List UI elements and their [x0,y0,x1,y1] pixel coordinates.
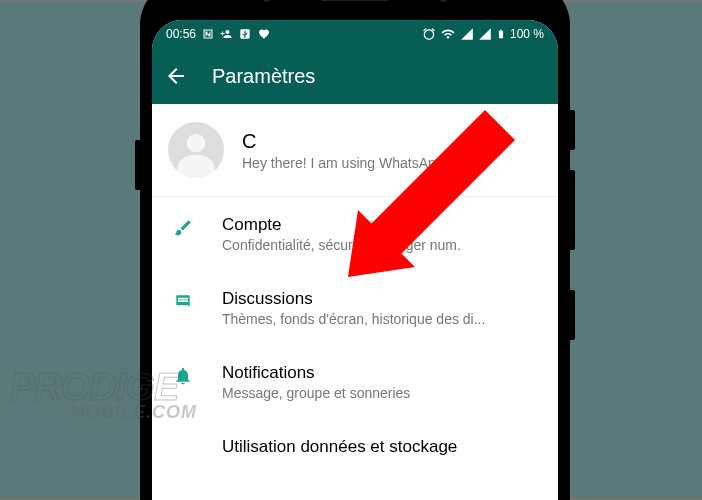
settings-item-chats[interactable]: Discussions Thèmes, fonds d'écran, histo… [152,271,558,345]
profile-name: C [242,130,447,153]
profile-status: Hey there! I am using WhatsApp. [242,155,447,171]
status-time: 00:56 [166,27,196,41]
settings-subtitle: Thèmes, fonds d'écran, historique des di… [222,311,542,327]
alarm-icon [422,27,436,41]
settings-title: Utilisation données et stockage [222,437,542,457]
settings-item-data[interactable]: Utilisation données et stockage [152,419,558,479]
back-icon[interactable] [164,64,188,88]
profile-section[interactable]: C Hey there! I am using WhatsApp. [152,104,558,197]
settings-item-account[interactable]: Compte Confidentialité, sécurité, change… [152,197,558,271]
phone-frame: 00:56 100 % Paramètres [140,0,570,500]
settings-title: Discussions [222,289,542,309]
page-title: Paramètres [212,65,315,88]
battery-percent: 100 % [510,27,544,41]
chat-icon [172,291,194,313]
watermark: PRODIGE MOBILE.COM [10,370,197,420]
key-icon [172,217,194,239]
wifi-icon [440,27,456,41]
nfc-icon [202,28,214,40]
battery-icon [496,27,506,41]
svg-point-1 [187,134,206,153]
settings-title: Notifications [222,363,542,383]
app-bar: Paramètres [152,48,558,104]
person-add-icon [220,28,232,40]
usb-icon [238,27,252,41]
screen: 00:56 100 % Paramètres [152,20,558,500]
status-bar: 00:56 100 % [152,20,558,48]
data-usage-icon [172,439,194,461]
settings-subtitle: Confidentialité, sécurité, changer num. [222,237,542,253]
settings-title: Compte [222,215,542,235]
avatar [168,122,224,178]
settings-item-notifications[interactable]: Notifications Message, groupe et sonneri… [152,345,558,419]
signal-icon-1 [460,27,474,41]
signal-icon-2 [478,27,492,41]
heart-icon [258,28,270,40]
settings-subtitle: Message, groupe et sonneries [222,385,542,401]
